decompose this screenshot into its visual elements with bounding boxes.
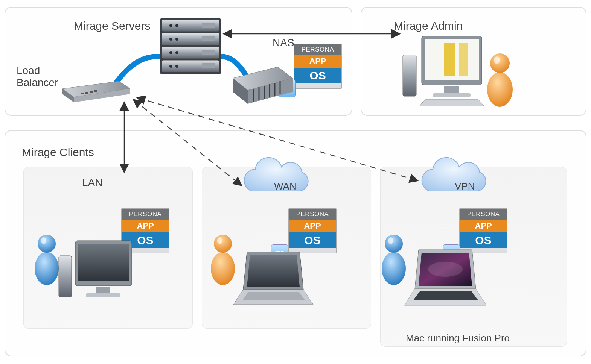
mirage-tag-nas: m [279,80,296,97]
stack-app: APP [294,55,341,68]
stack-wan: PERSONA APP OS [288,208,337,253]
nas-label: NAS [273,37,294,49]
mirage-tag-lan: m [106,244,123,262]
stack-os: OS [294,68,341,83]
lan-label: LAN [82,177,102,189]
servers-title: Mirage Servers [74,20,150,32]
client-tile-vpn [380,167,567,347]
stack-vpn: PERSONA APP OS [459,208,507,253]
load-balancer-label-1: Load [17,65,40,77]
clients-title: Mirage Clients [22,146,94,159]
mirage-tag-wan: m [271,244,288,262]
vpn-label: VPN [455,180,475,192]
stack-persona: PERSONA [294,44,341,55]
load-balancer-label-2: Balancer [17,77,58,89]
wan-label: WAN [274,180,297,192]
stack-nas: PERSONA APP OS [294,44,342,89]
mac-caption: Mac running Fusion Pro [406,332,510,344]
stack-lan: PERSONA APP OS [121,208,169,253]
admin-title: Mirage Admin [394,20,463,32]
mirage-tag-vpn: m [443,244,460,262]
